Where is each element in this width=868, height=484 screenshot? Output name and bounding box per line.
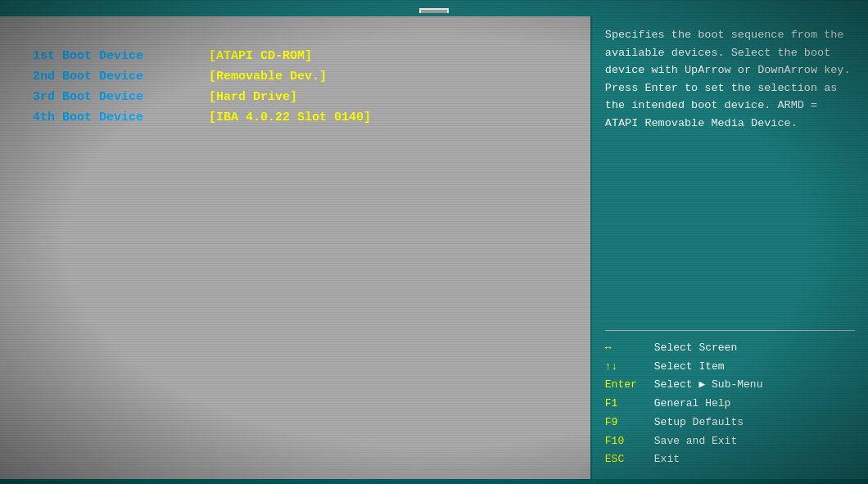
key-binding-row: EnterSelect ▶ Sub-Menu xyxy=(605,376,855,395)
key-name: F9 xyxy=(605,414,654,432)
right-panel: Specifies the boot sequence from the ava… xyxy=(590,16,868,479)
key-name: F10 xyxy=(605,432,654,451)
left-panel: 1st Boot Device2nd Boot Device3rd Boot D… xyxy=(0,16,590,479)
boot-value-2[interactable]: [Removable Dev.] xyxy=(209,70,371,84)
key-name: ↑↓ xyxy=(605,358,654,377)
key-description: Select ▶ Sub-Menu xyxy=(654,376,763,395)
boot-value-4[interactable]: [IBA 4.0.22 Slot 0140] xyxy=(209,111,371,124)
key-name: F1 xyxy=(605,395,654,414)
key-description: Select Item xyxy=(654,358,725,377)
key-binding-row: ↑↓Select Item xyxy=(605,358,855,377)
key-description: General Help xyxy=(654,395,731,414)
key-binding-row: F1General Help xyxy=(605,395,855,414)
key-binding-row: ESCExit xyxy=(605,450,855,469)
key-binding-row: F9Setup Defaults xyxy=(605,414,855,432)
boot-labels: 1st Boot Device2nd Boot Device3rd Boot D… xyxy=(0,41,143,479)
key-description: Select Screen xyxy=(654,339,737,358)
key-description: Save and Exit xyxy=(654,432,737,451)
key-binding-row: ↔Select Screen xyxy=(605,339,855,358)
key-bindings: ↔Select Screen↑↓Select ItemEnterSelect ▶… xyxy=(605,330,855,469)
help-text: Specifies the boot sequence from the ava… xyxy=(605,26,855,133)
key-name: ↔ xyxy=(605,339,654,358)
main-content: 1st Boot Device2nd Boot Device3rd Boot D… xyxy=(0,16,868,479)
key-description: Setup Defaults xyxy=(654,414,744,432)
key-name: Enter xyxy=(605,376,654,395)
tab-row xyxy=(0,5,868,13)
boot-values: [ATAPI CD-ROM][Removable Dev.][Hard Driv… xyxy=(143,41,371,479)
key-name: ESC xyxy=(605,450,654,469)
boot-label-2[interactable]: 2nd Boot Device xyxy=(33,70,143,84)
boot-label-4[interactable]: 4th Boot Device xyxy=(33,111,143,124)
key-description: Exit xyxy=(654,450,680,469)
bottom-bar xyxy=(0,479,868,484)
tab-boot[interactable] xyxy=(419,8,449,13)
key-binding-row: F10Save and Exit xyxy=(605,432,855,451)
boot-label-1[interactable]: 1st Boot Device xyxy=(33,49,143,63)
boot-value-3[interactable]: [Hard Drive] xyxy=(209,90,371,104)
bios-screen: 1st Boot Device2nd Boot Device3rd Boot D… xyxy=(0,0,868,484)
boot-label-3[interactable]: 3rd Boot Device xyxy=(33,90,143,104)
boot-value-1[interactable]: [ATAPI CD-ROM] xyxy=(209,49,371,63)
